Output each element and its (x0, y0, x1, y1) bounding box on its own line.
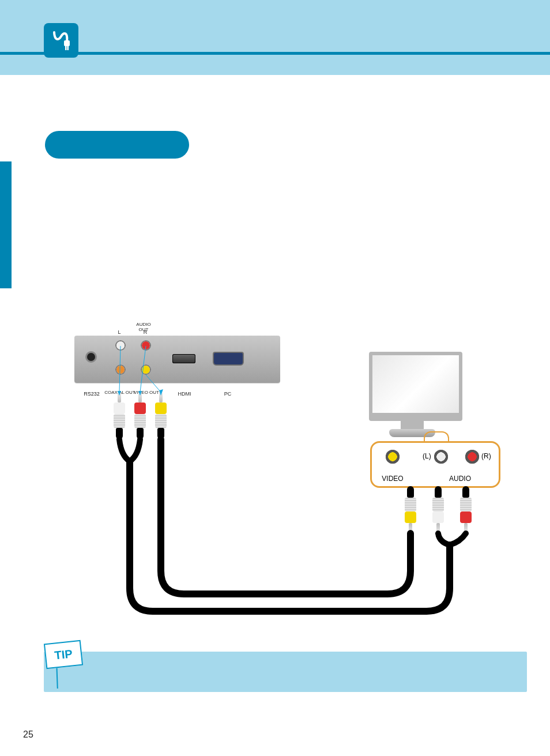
monitor-video-jack (386, 450, 400, 464)
monitor-audio-label: AUDIO (446, 475, 474, 483)
rca-plug-white-dvr (112, 392, 126, 439)
audio-out-l-jack (115, 340, 126, 351)
header-rule (0, 52, 550, 55)
dvr-back-panel (74, 336, 280, 383)
tip-banner (44, 652, 527, 692)
vga-port (213, 352, 244, 366)
rca-plug-yellow-dvr (154, 392, 168, 439)
video-out-jack (141, 364, 151, 375)
rca-plug-red-monitor (459, 486, 473, 533)
svg-rect-0 (64, 40, 70, 46)
monitor-audio-l-jack (434, 450, 448, 464)
hdmi-label: HDMI (167, 391, 202, 397)
rca-plug-white-monitor (431, 486, 445, 533)
monitor-video-label: VIDEO (381, 475, 404, 483)
rs232-port (87, 353, 95, 361)
monitor (360, 352, 464, 444)
monitor-l-label: (L) (423, 452, 431, 460)
monitor-input-panel: (L) (R) VIDEO AUDIO (370, 441, 500, 488)
audio-r-label: R (128, 329, 163, 335)
coaxial-out-jack (115, 364, 126, 375)
tip-sign: TIP (44, 640, 83, 669)
monitor-r-label: (R) (481, 452, 491, 460)
header-band (0, 0, 550, 75)
audio-out-r-jack (141, 340, 151, 351)
page-number: 25 (23, 729, 33, 740)
pc-label: PC (210, 391, 245, 397)
svg-rect-2 (67, 46, 69, 50)
svg-rect-1 (65, 46, 67, 50)
tip-label: TIP (54, 647, 73, 662)
section-tab (0, 161, 12, 288)
section-heading-bar (45, 131, 189, 159)
hdmi-port (172, 354, 195, 363)
plug-icon (44, 23, 78, 58)
monitor-screen (369, 352, 462, 421)
rca-plug-red-dvr (133, 392, 147, 439)
monitor-audio-r-jack (465, 450, 479, 464)
rca-plug-yellow-monitor (404, 486, 417, 533)
